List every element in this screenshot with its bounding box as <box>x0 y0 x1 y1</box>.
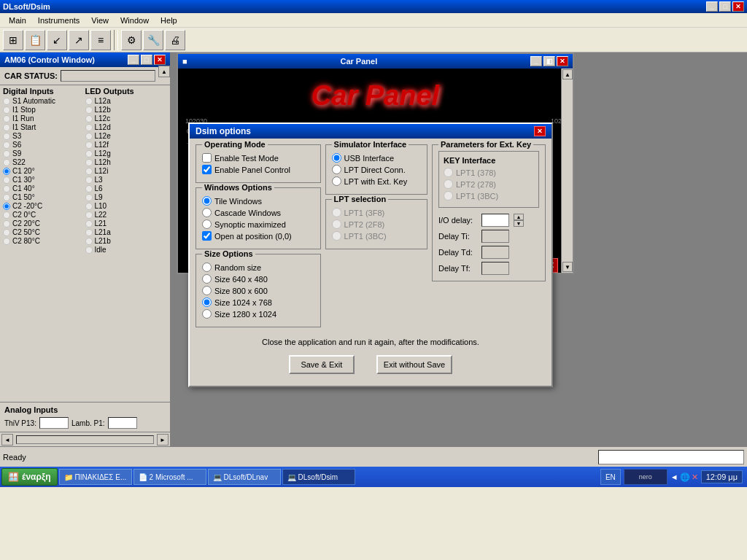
size-1280-radio[interactable] <box>202 309 212 319</box>
enable-panel-control-row[interactable]: Enable Panel Control <box>202 165 314 174</box>
led-l12a: L12a <box>85 97 168 105</box>
menu-window[interactable]: Window <box>115 15 155 26</box>
size-1280[interactable]: Size 1280 x 1024 <box>202 309 314 319</box>
delay-td-input[interactable]: 50 <box>481 246 509 259</box>
left-panel-minimize[interactable]: _ <box>128 55 139 65</box>
lpt1-3f8-opt[interactable]: LPT1 (3F8) <box>332 208 421 217</box>
menu-instruments[interactable]: Instruments <box>32 15 85 26</box>
toolbar-btn-1[interactable]: ⊞ <box>3 30 23 50</box>
tray-arrow-left[interactable]: ◄ <box>670 472 678 482</box>
toolbar-btn-tool[interactable]: 🔧 <box>143 30 163 50</box>
delay-tf-input[interactable]: 100 <box>481 262 509 275</box>
cascade-windows-radio[interactable] <box>202 208 212 217</box>
key-lpt2-278[interactable]: LPT2 (278) <box>444 179 534 189</box>
vscroll-down[interactable]: ▼ <box>562 262 573 272</box>
size-random-radio[interactable] <box>202 262 212 272</box>
input-s3: S3 <box>3 132 85 140</box>
tray-lang[interactable]: EN <box>600 469 621 485</box>
size-640[interactable]: Size 640 x 480 <box>202 274 314 284</box>
io-delay-up[interactable]: ▲ <box>514 214 524 220</box>
key-lpt1-378-radio[interactable] <box>444 168 453 177</box>
menu-help[interactable]: Help <box>155 15 183 26</box>
minimize-button[interactable]: _ <box>706 1 718 12</box>
car-panel-close[interactable]: ✕ <box>557 56 568 66</box>
scroll-right-arrow[interactable]: ► <box>157 434 169 446</box>
menu-main[interactable]: Main <box>3 15 32 26</box>
toolbar-btn-2[interactable]: 📋 <box>25 30 45 50</box>
delay-params: I/O delay: 50 ▲ ▼ Delay Ti: 50 <box>438 214 539 275</box>
close-button[interactable]: ✕ <box>732 1 744 12</box>
lpt-direct-radio[interactable] <box>332 165 341 174</box>
taskbar-item-pinak[interactable]: 📁 ΠΙΝΑΚΙΔΕΣ E... <box>59 469 132 485</box>
toolbar-btn-4[interactable]: ↗ <box>69 30 89 50</box>
app-title-bar: DLsoft/Dsim _ □ ✕ <box>0 0 747 13</box>
size-800-radio[interactable] <box>202 286 212 295</box>
enable-test-mode-row[interactable]: Enable Test Mode <box>202 153 314 163</box>
size-1024[interactable]: Size 747 x 560 <box>202 298 314 307</box>
lpt1-3f8-radio[interactable] <box>332 208 341 217</box>
key-lpt1-3bc-radio[interactable] <box>444 191 453 201</box>
lpt-selection-group: LPT selection LPT1 (3F8) LPT2 (2F8) LPT1… <box>325 199 427 249</box>
cascade-windows-opt[interactable]: Cascade Windows <box>202 208 314 217</box>
toolbar-btn-print[interactable]: 🖨 <box>165 30 185 50</box>
analog-row: ThiV P13: Lamb. P1: <box>4 417 166 429</box>
io-delay-input[interactable]: 50 <box>481 214 509 227</box>
left-panel-close[interactable]: ✕ <box>154 55 166 65</box>
usb-interface-opt[interactable]: USB Interface <box>332 153 421 163</box>
toolbar-btn-3[interactable]: ↙ <box>47 30 67 50</box>
tray-nero[interactable]: nero <box>624 469 667 485</box>
lpt-ext-opt[interactable]: LPT with Ext. Key <box>332 176 421 186</box>
size-random[interactable]: Random size <box>202 262 314 272</box>
left-panel-maximize[interactable]: □ <box>141 55 152 65</box>
lpt-direct-opt[interactable]: LPT Direct Conn. <box>332 165 421 174</box>
status-search-input[interactable] <box>598 450 744 464</box>
synoptic-opt[interactable]: Synoptic maximized <box>202 219 314 229</box>
open-at-position-checkbox[interactable] <box>202 231 212 241</box>
size-1024-radio[interactable] <box>202 298 212 307</box>
tray-x-icon[interactable]: ✕ <box>692 472 698 482</box>
tray-globe-icon[interactable]: 🌐 <box>680 472 690 482</box>
toolbar-btn-5[interactable]: ≡ <box>90 30 111 50</box>
digital-inputs-col: Digital Inputs S1 Automatic I1 Stop I1 R… <box>3 87 85 254</box>
car-panel-restore[interactable]: ◧ <box>543 56 555 66</box>
car-panel-minimize[interactable]: _ <box>530 56 542 66</box>
dsim-close-btn[interactable]: ✕ <box>534 126 546 136</box>
lpt1-3bc-opt[interactable]: LPT1 (3BC) <box>332 231 421 241</box>
lpt-ext-radio[interactable] <box>332 176 341 186</box>
lpt2-2f8-radio[interactable] <box>332 219 341 229</box>
io-delay-down[interactable]: ▼ <box>514 220 524 227</box>
enable-test-mode-checkbox[interactable] <box>202 153 212 163</box>
lamb-input[interactable] <box>108 417 137 429</box>
scroll-left-arrow[interactable]: ◄ <box>1 434 13 446</box>
synoptic-radio[interactable] <box>202 219 212 229</box>
open-at-position-row[interactable]: Open at position (0,0) <box>202 231 314 241</box>
taskbar-item-dlnav[interactable]: 💻 DLsoft/DLnav <box>208 469 281 485</box>
usb-interface-radio[interactable] <box>332 153 341 163</box>
thiv-input[interactable] <box>39 417 69 429</box>
exit-no-save-button[interactable]: Exit without Save <box>376 355 452 374</box>
key-lpt1-3bc[interactable]: LPT1 (3BC) <box>444 191 534 201</box>
car-panel-header: Car Panel <box>178 69 573 117</box>
vscroll-up[interactable]: ▲ <box>562 69 573 79</box>
windows-options-group: Windows Options Tile Windows Cascade Win… <box>196 187 321 249</box>
toolbar-btn-gear[interactable]: ⚙ <box>121 30 142 50</box>
menu-view[interactable]: View <box>85 15 115 26</box>
save-exit-button[interactable]: Save & Exit <box>289 355 355 374</box>
enable-panel-control-checkbox[interactable] <box>202 165 212 174</box>
key-lpt1-378[interactable]: LPT1 (378) <box>444 168 534 177</box>
delay-tf-row: Delay Tf: 100 <box>438 262 539 275</box>
lpt1-3bc-radio[interactable] <box>332 231 341 241</box>
key-lpt2-278-radio[interactable] <box>444 179 453 189</box>
lpt2-2f8-opt[interactable]: LPT2 (2F8) <box>332 219 421 229</box>
scroll-up-arrow[interactable]: ▲ <box>158 66 170 77</box>
size-800[interactable]: Size 800 x 600 <box>202 286 314 295</box>
taskbar-item-ms[interactable]: 📄 2 Microsoft ... <box>133 469 206 485</box>
tile-windows-radio[interactable] <box>202 196 212 206</box>
led-l12f: L12f <box>85 141 168 149</box>
tile-windows-opt[interactable]: Tile Windows <box>202 196 314 206</box>
size-640-radio[interactable] <box>202 274 212 284</box>
delay-ti-input[interactable]: 50 <box>481 230 509 243</box>
taskbar-item-dlsim[interactable]: 💻 DLsoft/Dsim <box>282 469 355 485</box>
start-button[interactable]: 🪟 έναρξη <box>1 468 58 486</box>
maximize-button[interactable]: □ <box>719 1 731 12</box>
